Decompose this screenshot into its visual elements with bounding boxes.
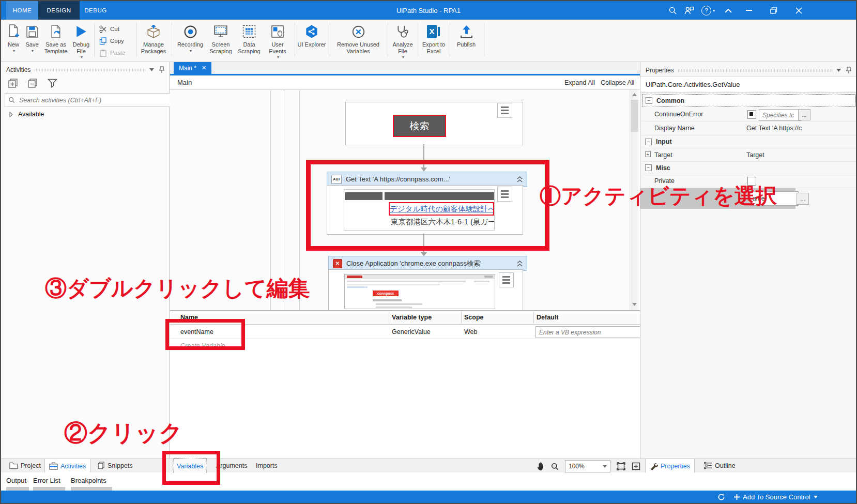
- activities-search-input[interactable]: [18, 96, 170, 104]
- scrollbar-thumb[interactable]: [631, 100, 638, 132]
- publish-icon: [460, 23, 473, 40]
- zoom-magnifier-icon[interactable]: [551, 463, 559, 470]
- column-header-variable-type[interactable]: Variable type: [392, 314, 432, 321]
- continue-on-error-input[interactable]: [761, 111, 799, 119]
- collapse-ribbon-icon[interactable]: [723, 5, 734, 16]
- panel-menu-caret-icon[interactable]: [149, 68, 154, 71]
- debug-file-button[interactable]: Debug File: [70, 21, 92, 63]
- zoom-level-select[interactable]: 100%: [565, 460, 610, 472]
- close-button[interactable]: [793, 5, 804, 16]
- collapse-all-tree-icon[interactable]: [28, 79, 38, 88]
- section-input[interactable]: − Input: [642, 135, 856, 148]
- pin-icon[interactable]: [159, 66, 164, 73]
- debug-play-icon: [75, 23, 87, 40]
- copy-button[interactable]: Copy: [99, 36, 124, 46]
- variable-type[interactable]: GenericValue: [392, 328, 431, 335]
- tab-snippets[interactable]: Snippets: [93, 459, 137, 472]
- collapse-section-icon[interactable]: −: [645, 164, 652, 171]
- cut-button[interactable]: Cut: [99, 24, 119, 34]
- column-header-scope[interactable]: Scope: [464, 314, 484, 321]
- save-button[interactable]: Save: [23, 21, 41, 63]
- data-scraping-button[interactable]: Data Scraping: [236, 21, 263, 63]
- tab-properties[interactable]: Properties: [645, 459, 695, 473]
- menu-tab-home[interactable]: HOME: [6, 1, 38, 20]
- collapse-all-link[interactable]: Collapse All: [601, 79, 634, 86]
- target-search-button-image: 検索: [393, 115, 446, 137]
- expand-all-tree-icon[interactable]: [8, 79, 19, 88]
- document-tab-main[interactable]: Main * ✕: [174, 62, 211, 74]
- continue-on-error-field[interactable]: [759, 109, 801, 121]
- activity-menu-icon[interactable]: [497, 103, 512, 118]
- variable-default-input[interactable]: [538, 328, 639, 337]
- tab-activities[interactable]: Activities: [44, 459, 90, 473]
- ui-explorer-button[interactable]: UI Explorer: [297, 21, 327, 63]
- remove-unused-variables-button[interactable]: Remove Unused Variables: [332, 21, 385, 63]
- activity-menu-icon[interactable]: [499, 272, 514, 287]
- variable-scope[interactable]: Web: [464, 328, 477, 335]
- tab-imports[interactable]: Imports: [253, 459, 281, 472]
- target-value[interactable]: Target: [746, 151, 764, 159]
- display-name-value[interactable]: Get Text 'A https://c: [746, 125, 856, 132]
- restore-button[interactable]: [768, 5, 779, 16]
- continue-on-error-more-button[interactable]: ...: [798, 109, 810, 120]
- properties-panel: Properties UiPath.Core.Activities.GetVal…: [640, 62, 857, 459]
- continue-on-error-checkbox[interactable]: [747, 110, 756, 119]
- section-common[interactable]: − Common: [642, 94, 856, 107]
- pan-hand-icon[interactable]: [537, 462, 545, 471]
- analyze-file-button[interactable]: Analyze File: [390, 21, 416, 63]
- minimize-button[interactable]: [743, 5, 755, 16]
- close-application-activity-body[interactable]: connpass: [328, 269, 523, 310]
- save-as-template-button[interactable]: Save as Template: [41, 21, 70, 63]
- scroll-down-icon[interactable]: [630, 300, 639, 309]
- manage-packages-button[interactable]: Manage Packages: [139, 21, 169, 63]
- fit-to-screen-icon[interactable]: [617, 462, 625, 470]
- expand-section-icon[interactable]: +: [645, 151, 651, 157]
- scroll-up-icon[interactable]: [630, 90, 639, 99]
- variable-default-field[interactable]: [535, 326, 642, 338]
- panel-drag-area[interactable]: [35, 69, 145, 71]
- data-scraping-icon: [242, 23, 256, 40]
- tab-outline[interactable]: Outline: [700, 459, 740, 472]
- collapse-activity-icon[interactable]: [517, 261, 523, 267]
- refresh-icon[interactable]: [717, 493, 725, 501]
- tab-error-list[interactable]: Error List: [33, 477, 60, 484]
- menu-tab-design[interactable]: DESIGN: [38, 1, 80, 20]
- column-header-default[interactable]: Default: [537, 314, 558, 321]
- save-as-template-icon: [49, 23, 63, 40]
- new-button[interactable]: New: [4, 21, 23, 63]
- user-events-button[interactable]: User Events: [264, 21, 292, 63]
- panel-menu-caret-icon[interactable]: [836, 69, 841, 72]
- activities-search-box[interactable]: [5, 93, 173, 107]
- add-to-source-control-button[interactable]: Add To Source Control: [734, 493, 818, 501]
- screen-scraping-button[interactable]: Screen Scraping: [207, 21, 235, 63]
- expand-all-link[interactable]: Expand All: [564, 79, 595, 86]
- help-icon[interactable]: ?: [700, 5, 716, 16]
- collapse-section-icon[interactable]: −: [646, 97, 652, 104]
- output-value-more-button[interactable]: ...: [797, 193, 809, 205]
- annotation-step3: ③ダブルクリックして編集: [45, 274, 310, 303]
- panel-drag-area[interactable]: [678, 69, 832, 72]
- tree-item-available[interactable]: Available: [9, 111, 44, 118]
- filter-icon[interactable]: [48, 79, 57, 88]
- close-application-activity-header[interactable]: ✕ Close Application 'chrome.exe connpass…: [328, 256, 527, 271]
- paste-icon: [99, 49, 107, 57]
- activity-class-name: UiPath.Core.Activities.GetValue: [640, 77, 857, 93]
- annotation-box-event-name: [165, 319, 245, 350]
- feedback-icon[interactable]: [683, 5, 695, 16]
- export-to-excel-button[interactable]: X Export to Excel: [420, 21, 448, 63]
- paste-button[interactable]: Paste: [99, 48, 125, 58]
- pin-icon[interactable]: [846, 67, 851, 74]
- tab-project[interactable]: Project: [5, 459, 45, 472]
- collapse-section-icon[interactable]: −: [645, 139, 652, 145]
- publish-button[interactable]: Publish: [452, 21, 481, 63]
- tab-close-icon[interactable]: ✕: [202, 65, 206, 71]
- reset-zoom-icon[interactable]: [632, 462, 640, 470]
- breadcrumb[interactable]: Main: [177, 79, 192, 86]
- search-icon[interactable]: [667, 5, 678, 16]
- click-activity-screenshot[interactable]: 検索: [345, 102, 523, 145]
- section-misc[interactable]: − Misc: [642, 162, 856, 174]
- menu-tab-debug[interactable]: DEBUG: [80, 1, 112, 20]
- tab-output[interactable]: Output: [6, 477, 26, 484]
- recording-button[interactable]: Recording: [175, 21, 206, 63]
- tab-breakpoints[interactable]: Breakpoints: [71, 477, 106, 484]
